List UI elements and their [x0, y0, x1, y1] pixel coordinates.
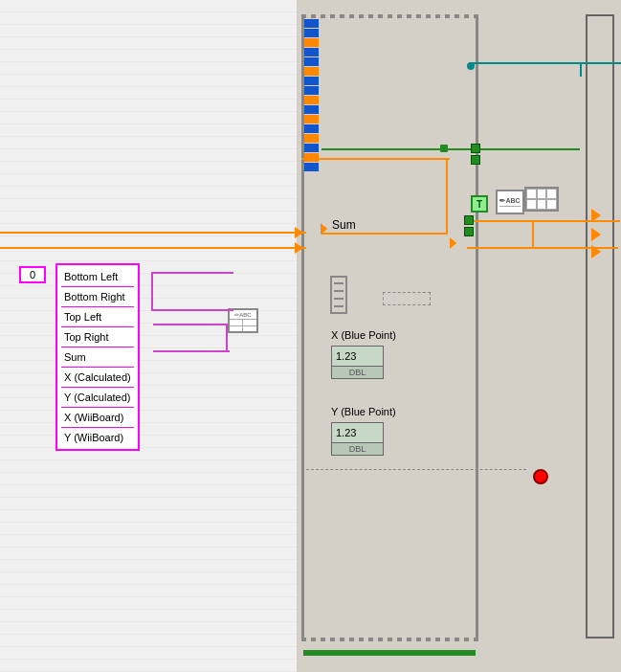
main-block-bottom-border	[301, 638, 478, 641]
green-connector-sq3	[464, 215, 474, 225]
orange-arrow-left1	[295, 227, 303, 238]
y-dbl-label: DBL	[331, 443, 384, 456]
wire-orange-v1	[446, 158, 448, 235]
wire-orange-h4	[322, 233, 448, 235]
wire-orange-right3	[532, 247, 618, 249]
abc-pencil-block[interactable]: ✏ABC	[228, 308, 258, 333]
bottom-green-bar	[303, 650, 476, 656]
label-x-wiiboard: X (WiiBoard)	[61, 408, 134, 428]
green-connector-sq2	[471, 155, 480, 165]
right-panel	[586, 14, 614, 638]
wire-teal-v	[580, 62, 582, 77]
label-list-box: Bottom Left Bottom Right Top Left Top Ri…	[55, 263, 140, 451]
wire-connector-purple1	[153, 272, 233, 274]
orange-arrow-left2	[295, 242, 303, 254]
sum-label: Sum	[332, 218, 356, 232]
dashed-box-small	[383, 292, 431, 305]
wire-purple-v2	[151, 272, 153, 311]
x-numeric-display: 1.23	[331, 346, 384, 367]
label-bottom-left: Bottom Left	[61, 267, 134, 287]
wire-connector-purple2	[153, 309, 233, 311]
right-array-block	[524, 187, 559, 212]
wire-orange-right2	[467, 247, 539, 249]
tri-orange-1	[591, 209, 601, 222]
label-top-right: Top Right	[61, 327, 134, 347]
wire-orange-h2	[0, 247, 306, 249]
wire-purple-h	[153, 324, 230, 325]
lines-background	[0, 0, 297, 672]
label-sum: Sum	[61, 347, 134, 368]
wire-purple-h2	[153, 350, 230, 352]
bundle-connector	[330, 276, 347, 314]
x-dbl-label: DBL	[331, 367, 384, 379]
block-column	[304, 19, 319, 172]
y-blue-point-title: Y (Blue Point)	[331, 406, 438, 417]
abc-block[interactable]: ✏ABC	[496, 190, 524, 214]
tri-orange-2	[591, 228, 601, 241]
y-blue-point-container: Y (Blue Point) 1.23 DBL	[327, 402, 442, 467]
t-block[interactable]: T	[471, 195, 488, 213]
y-numeric-display: 1.23	[331, 422, 384, 443]
wire-dashed-h	[301, 469, 526, 470]
label-x-calculated: X (Calculated)	[61, 368, 134, 388]
green-connector-sq4	[464, 227, 474, 236]
wire-green-h1	[322, 148, 580, 150]
label-y-wiiboard: Y (WiiBoard)	[61, 428, 134, 447]
wire-orange-h3	[301, 158, 450, 160]
label-bottom-right: Bottom Right	[61, 287, 134, 307]
stop-button[interactable]	[533, 469, 548, 484]
green-connector-1	[440, 145, 448, 152]
label-top-left: Top Left	[61, 307, 134, 327]
wire-teal-horizontal-top	[469, 62, 621, 64]
green-connector-sq1	[471, 144, 480, 153]
tri-orange-3	[591, 245, 601, 258]
label-y-calculated: Y (Calculated)	[61, 388, 134, 408]
dot-teal-1	[467, 62, 475, 70]
wire-orange-h1	[0, 232, 306, 234]
main-canvas: Sum T ✏ABC ✏ABC	[0, 0, 621, 672]
x-blue-point-title: X (Blue Point)	[331, 329, 438, 341]
x-blue-point-container: X (Blue Point) 1.23 DBL	[327, 325, 442, 391]
wire-orange-v2	[532, 220, 534, 249]
index-box: 0	[19, 266, 46, 283]
